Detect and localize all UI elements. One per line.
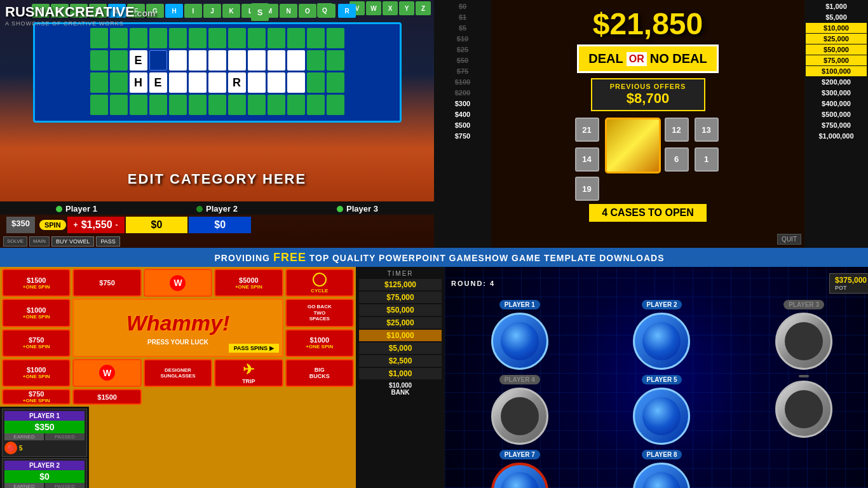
board-cell [268,28,285,48]
board-cell [130,28,147,48]
player-2-inner [642,322,681,360]
t-bank: $10,000BANK [359,381,442,397]
letter-cell: I [184,4,202,18]
main-label[interactable]: MAIN [29,236,50,247]
player-6-inner [785,390,823,428]
pyl-p1-passed: PASSED [45,433,85,440]
solve-label[interactable]: SOLVE [3,236,27,247]
player-6-circle-container [735,375,868,445]
player-5-circle[interactable] [633,388,690,445]
t-2500: $2,500 [359,355,442,367]
board-cell [248,95,266,115]
current-amount: $350 [6,217,35,233]
t-1000: $1,000 [359,368,442,379]
buy-vowel-button[interactable]: BUY VOWEL [51,236,94,247]
board-cell-e2: E [149,72,167,93]
player-7-circle-label: PLAYER 7 [499,450,540,459]
spin-label: SPIN [39,217,66,233]
player-1-score: + $1,550 - [67,217,125,233]
player-2-circle[interactable] [633,313,690,370]
deal-nodeal-bar: DEAL OR NO DEAL [577,44,718,73]
t-25k: $25,000 [359,317,442,329]
pyl-p1-whammy-row: 🔴 5 [4,442,85,454]
player-6-circle[interactable] [775,381,832,438]
logo-text: RUSNAKCREATIVE.com [5,5,155,19]
nodeal-text[interactable]: NO DEAL [650,51,707,66]
prev-offers-label: PREVIOUS OFFERS [599,83,698,90]
letter-cell: K [222,4,240,18]
pir-content: ROUND: 4 $375,000 POT PLAYER 1 [445,267,868,488]
whammy-text: Whammy! [126,311,229,336]
player-8-circle[interactable] [633,463,690,488]
amount-300: $300 [435,98,490,109]
player-names-row: Player 1 Player 2 Player 3 [0,201,434,215]
pyl-p2-passed: PASSED [45,483,85,488]
player-7-circle[interactable] [491,463,548,488]
board-cell [90,50,108,71]
board-row-1 [39,28,396,48]
amount-400: $400 [435,109,490,119]
pass-button[interactable]: PASS [96,236,119,247]
dond-main: $21,850 DEAL OR NO DEAL PREVIOUS OFFERS … [491,0,804,248]
player-8-inner [642,472,681,488]
pyl-cell-trip: ✈ TRIP [214,359,283,387]
board-cell [228,28,246,48]
pir-header: ROUND: 4 $375,000 POT [451,273,868,294]
briefcase-13[interactable]: 13 [695,118,719,142]
amount-50: $50 [435,55,490,65]
player-1-name: Player 1 [65,204,97,214]
board-cell [327,50,344,71]
board-cell [189,95,207,115]
player-6-circle-label [799,375,809,377]
player-1-circle[interactable] [491,313,548,370]
timer-panel: TIMER $125,000 $75,000 $50,000 $25,000 $… [356,267,445,488]
pir-panel: ROUND: 4 $375,000 POT PLAYER 1 [445,267,868,488]
amount-750: $750 [435,131,490,141]
letter-q: Q [317,3,332,17]
pyl-p1-label: PLAYER 1 [4,411,85,421]
amount-100: $100 [435,77,490,87]
briefcase-21[interactable]: 21 [575,118,599,142]
player-scores-row: $350 SPIN + $1,550 - $0 $0 [0,215,434,235]
board-cell [268,72,285,93]
briefcase-center-gold[interactable] [605,118,661,173]
board-cell [287,28,305,48]
players-circles-grid: PLAYER 1 PLAYER 2 PLAYER 3 [451,300,868,488]
pyl-p2-earned-row: EARNED PASSED [4,483,85,488]
pyl-cell-1000c: $1000 +ONE SPIN [2,359,71,387]
pyl-p2-earned: EARNED [4,483,44,488]
player-3-score: $0 [189,217,251,233]
briefcase-1[interactable]: 1 [695,147,719,172]
board-cell [90,28,108,48]
briefcase-6[interactable]: 6 [665,147,689,172]
pass-spins-button[interactable]: PASS SPINS ▶ [229,344,279,353]
player-4-circle[interactable] [491,388,548,445]
board-cell [189,28,207,48]
pyl-cell-750b: $750 +ONE SPIN [2,329,71,357]
briefcase-12[interactable]: 12 [665,118,689,142]
player-2-score: $0 [126,217,188,233]
pyl-cell-whammy1: W [144,269,212,297]
player-2-circle-container: PLAYER 2 [593,300,731,370]
player-2-circle-label: PLAYER 2 [642,300,682,309]
player-2-name: Player 2 [206,204,238,214]
amount-50000: $50,000 [806,44,867,55]
player-4-inner [501,397,539,435]
pyl-cell-designer: DESIGNERSUNGLASSES [144,359,212,387]
briefcase-19[interactable]: 19 [575,177,599,201]
deal-text[interactable]: DEAL [588,51,623,66]
player-3-circle[interactable] [775,313,832,370]
banner-row: PROVIDING FREE TOP QUALITY POWERPOINT GA… [0,248,868,267]
player-4-circle-label: PLAYER 4 [499,375,540,384]
wof-panel: RUSNAKCREATIVE.com A SHOWCASE OF CREATIV… [0,0,434,248]
amount-500000: $500,000 [806,109,867,119]
board-cell [268,50,285,71]
or-text: OR [627,52,647,66]
pot-display: $375,000 POT [829,273,868,294]
bottom-row: $1500 +ONE SPIN $750 W $5000 +ONE SPIN [0,267,868,488]
timer-amounts: $125,000 $75,000 $50,000 $25,000 $10,000… [359,279,442,397]
quit-button[interactable]: QUIT [777,234,801,245]
amount-75000: $75,000 [806,55,867,65]
pyl-cell-bigbucks: BIGBUCKS [285,359,354,387]
briefcase-14[interactable]: 14 [575,147,599,172]
